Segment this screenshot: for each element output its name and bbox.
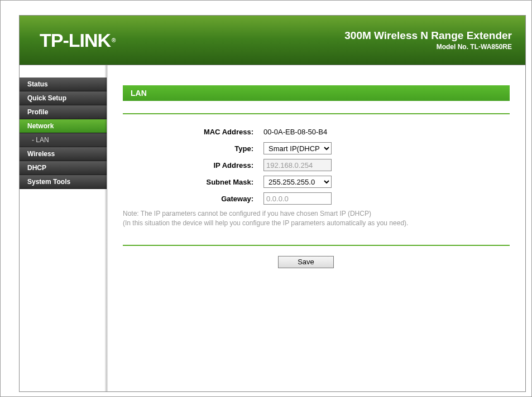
ip-address-input bbox=[263, 159, 332, 171]
type-label: Type: bbox=[123, 144, 263, 153]
product-title: 300M Wireless N Range Extender bbox=[344, 30, 512, 42]
header-right: 300M Wireless N Range Extender Model No.… bbox=[344, 30, 512, 51]
save-button[interactable]: Save bbox=[278, 256, 334, 268]
sidebar: Status Quick Setup Profile Network - LAN… bbox=[20, 65, 107, 391]
sidebar-item-network[interactable]: Network bbox=[20, 119, 107, 133]
header: TP-LINK® 300M Wireless N Range Extender … bbox=[20, 16, 525, 65]
brand-text: TP-LINK bbox=[40, 30, 111, 51]
subnet-mask-select[interactable]: 255.255.255.0 bbox=[263, 176, 332, 188]
note-line-1: Note: The IP parameters cannot be config… bbox=[123, 210, 371, 217]
content: LAN MAC Address: 00-0A-EB-08-50-B4 Type:… bbox=[107, 65, 525, 391]
mac-address-value: 00-0A-EB-08-50-B4 bbox=[263, 128, 327, 136]
subnet-mask-label: Subnet Mask: bbox=[123, 178, 263, 186]
gateway-input bbox=[263, 192, 332, 205]
sidebar-subitem-lan[interactable]: - LAN bbox=[20, 133, 107, 147]
section-title: LAN bbox=[123, 85, 510, 101]
note-text: Note: The IP parameters cannot be config… bbox=[123, 209, 510, 228]
brand-logo: TP-LINK® bbox=[40, 30, 115, 51]
sidebar-item-wireless[interactable]: Wireless bbox=[20, 147, 107, 161]
mac-address-label: MAC Address: bbox=[123, 128, 263, 136]
note-line-2: (In this situation the device will help … bbox=[123, 219, 408, 227]
sidebar-item-system-tools[interactable]: System Tools bbox=[20, 175, 107, 189]
gateway-label: Gateway: bbox=[123, 195, 263, 203]
sidebar-item-profile[interactable]: Profile bbox=[20, 105, 107, 119]
ip-address-label: IP Address: bbox=[123, 161, 263, 170]
sidebar-item-dhcp[interactable]: DHCP bbox=[20, 161, 107, 175]
registered-mark: ® bbox=[112, 37, 115, 43]
sidebar-item-status[interactable]: Status bbox=[20, 78, 107, 91]
type-select[interactable]: Smart IP(DHCP) bbox=[263, 142, 332, 154]
model-number: Model No. TL-WA850RE bbox=[344, 43, 512, 51]
sidebar-item-quick-setup[interactable]: Quick Setup bbox=[20, 91, 107, 105]
